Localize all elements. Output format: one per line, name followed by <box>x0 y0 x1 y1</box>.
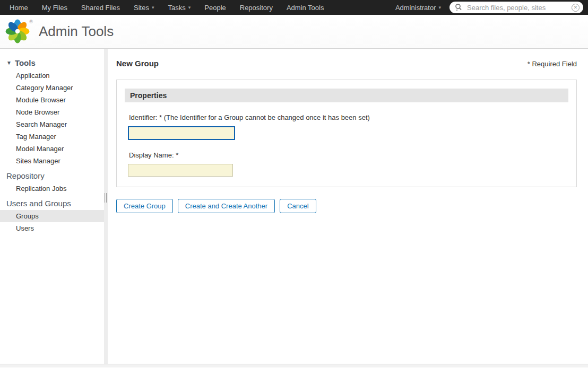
sidebar-item-tag-manager[interactable]: Tag Manager <box>0 130 104 143</box>
identifier-field-group: Identifier: * (The Identifier for a Grou… <box>125 113 568 140</box>
footer-strip <box>0 364 588 367</box>
display-name-label: Display Name: * <box>129 151 568 159</box>
sidebar-item-model-manager[interactable]: Model Manager <box>0 143 104 155</box>
top-navigation-bar: Home My Files Shared Files Sites ▾ Tasks… <box>0 0 588 15</box>
new-group-form: New Group * Required Field Properties Id… <box>108 49 588 364</box>
sidebar-resize-gutter <box>104 49 108 364</box>
search-input[interactable] <box>466 3 572 12</box>
sidebar-item-category-manager[interactable]: Category Manager <box>0 82 104 94</box>
sidebar-item-groups[interactable]: Groups <box>0 210 104 222</box>
properties-panel-header: Properties <box>125 89 568 102</box>
tools-sidebar: ▼ Tools Application Category Manager Mod… <box>0 49 104 364</box>
sidebar-item-search-manager[interactable]: Search Manager <box>0 118 104 130</box>
create-group-button[interactable]: Create Group <box>116 199 173 213</box>
nav-item-my-files[interactable]: My Files <box>35 4 74 12</box>
search-icon[interactable] <box>454 3 463 12</box>
properties-panel: Properties Identifier: * (The Identifier… <box>116 80 577 187</box>
nav-item-people[interactable]: People <box>197 4 232 12</box>
form-buttons-row: Create Group Create and Create Another C… <box>116 199 577 213</box>
required-field-note: * Required Field <box>528 60 577 68</box>
cancel-button[interactable]: Cancel <box>280 199 316 213</box>
app-header: ® Admin Tools <box>0 15 588 49</box>
nav-item-shared-files[interactable]: Shared Files <box>74 4 127 12</box>
nav-item-repository[interactable]: Repository <box>233 4 280 12</box>
display-name-input[interactable] <box>128 164 233 177</box>
sidebar-section-tools[interactable]: ▼ Tools <box>0 56 104 69</box>
registered-trademark-icon: ® <box>29 19 33 24</box>
nav-item-tasks[interactable]: Tasks ▾ <box>161 4 198 12</box>
page-title: New Group <box>116 59 159 68</box>
page-header-title: Admin Tools <box>39 23 114 40</box>
nav-item-sites[interactable]: Sites ▾ <box>127 4 161 12</box>
display-name-field-group: Display Name: * <box>125 151 568 177</box>
caret-down-icon: ▾ <box>438 5 441 10</box>
content-area: ▼ Tools Application Category Manager Mod… <box>0 49 588 364</box>
caret-down-icon: ▾ <box>188 5 191 10</box>
sidebar-item-module-browser[interactable]: Module Browser <box>0 94 104 106</box>
sidebar-item-node-browser[interactable]: Node Browser <box>0 106 104 118</box>
logo-petals <box>5 19 29 43</box>
clear-search-icon[interactable]: ✕ <box>572 4 580 12</box>
create-and-create-another-button[interactable]: Create and Create Another <box>178 199 275 213</box>
sidebar-item-sites-manager[interactable]: Sites Manager <box>0 155 104 167</box>
form-header-row: New Group * Required Field <box>116 59 577 68</box>
alfresco-logo: ® <box>5 19 32 45</box>
user-menu-administrator[interactable]: Administrator ▾ <box>390 4 446 12</box>
caret-down-icon: ▾ <box>152 5 154 10</box>
sidebar-item-replication-jobs[interactable]: Replication Jobs <box>0 182 104 195</box>
search-box: ✕ <box>449 2 583 13</box>
sidebar-item-users[interactable]: Users <box>0 222 104 234</box>
sidebar-resize-handle[interactable] <box>105 193 107 203</box>
identifier-label: Identifier: * (The Identifier for a Grou… <box>129 113 568 121</box>
sidebar-section-repository: Repository <box>0 169 104 182</box>
sidebar-item-application[interactable]: Application <box>0 69 104 82</box>
identifier-input[interactable] <box>128 126 235 140</box>
nav-item-admin-tools[interactable]: Admin Tools <box>280 4 331 12</box>
nav-item-home[interactable]: Home <box>3 4 35 12</box>
sidebar-section-users-and-groups: Users and Groups <box>0 197 104 210</box>
collapse-triangle-icon: ▼ <box>6 60 12 66</box>
